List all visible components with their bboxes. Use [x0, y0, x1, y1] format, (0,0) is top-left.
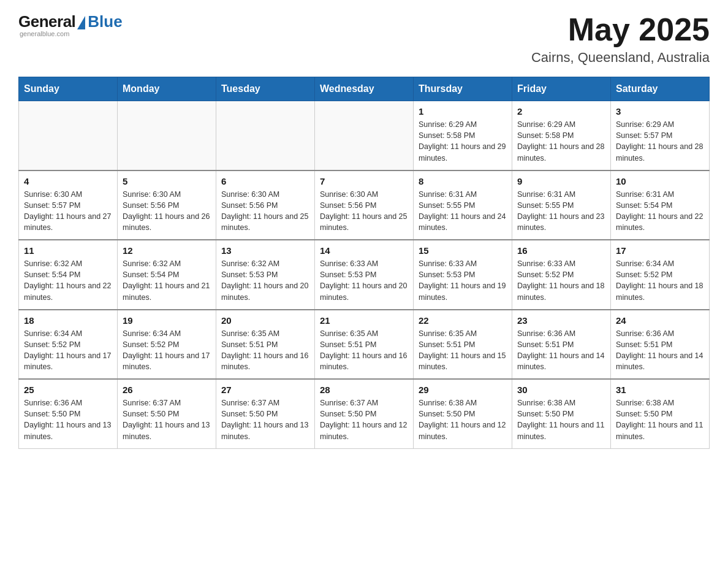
day-number: 29: [419, 385, 507, 395]
day-info: Sunrise: 6:30 AMSunset: 5:56 PMDaylight:…: [123, 189, 211, 234]
day-info: Sunrise: 6:34 AMSunset: 5:52 PMDaylight:…: [616, 258, 704, 303]
day-info: Sunrise: 6:35 AMSunset: 5:51 PMDaylight:…: [320, 328, 408, 373]
calendar-day-cell: 18Sunrise: 6:34 AMSunset: 5:52 PMDayligh…: [19, 310, 118, 380]
day-info: Sunrise: 6:31 AMSunset: 5:54 PMDaylight:…: [616, 189, 704, 234]
calendar-day-cell: 1Sunrise: 6:29 AMSunset: 5:58 PMDaylight…: [414, 101, 512, 170]
calendar-week-row: 4Sunrise: 6:30 AMSunset: 5:57 PMDaylight…: [19, 170, 710, 240]
calendar-day-cell: 4Sunrise: 6:30 AMSunset: 5:57 PMDaylight…: [19, 170, 118, 240]
weekday-header-monday: Monday: [118, 77, 216, 101]
day-number: 26: [123, 385, 211, 395]
day-info: Sunrise: 6:36 AMSunset: 5:51 PMDaylight:…: [616, 328, 704, 373]
day-number: 3: [616, 106, 704, 117]
day-info: Sunrise: 6:37 AMSunset: 5:50 PMDaylight:…: [123, 397, 211, 442]
calendar-table: SundayMondayTuesdayWednesdayThursdayFrid…: [18, 77, 710, 449]
day-number: 28: [320, 385, 408, 395]
calendar-day-cell: [216, 101, 315, 170]
day-info: Sunrise: 6:31 AMSunset: 5:55 PMDaylight:…: [517, 189, 605, 234]
calendar-day-cell: 5Sunrise: 6:30 AMSunset: 5:56 PMDaylight…: [118, 170, 216, 240]
day-number: 22: [419, 315, 507, 326]
day-number: 24: [616, 315, 704, 326]
day-number: 31: [616, 385, 704, 395]
calendar-day-cell: 6Sunrise: 6:30 AMSunset: 5:56 PMDaylight…: [216, 170, 315, 240]
day-number: 7: [320, 176, 408, 186]
day-number: 2: [517, 106, 605, 117]
day-number: 14: [320, 245, 408, 256]
day-number: 21: [320, 315, 408, 326]
day-info: Sunrise: 6:33 AMSunset: 5:53 PMDaylight:…: [419, 258, 507, 303]
calendar-week-row: 18Sunrise: 6:34 AMSunset: 5:52 PMDayligh…: [19, 310, 710, 380]
day-info: Sunrise: 6:34 AMSunset: 5:52 PMDaylight:…: [123, 328, 211, 373]
day-number: 1: [419, 106, 507, 117]
day-number: 18: [24, 315, 112, 326]
calendar-day-cell: 11Sunrise: 6:32 AMSunset: 5:54 PMDayligh…: [19, 240, 118, 310]
day-number: 17: [616, 245, 704, 256]
day-info: Sunrise: 6:36 AMSunset: 5:51 PMDaylight:…: [517, 328, 605, 373]
day-info: Sunrise: 6:37 AMSunset: 5:50 PMDaylight:…: [221, 397, 309, 442]
day-info: Sunrise: 6:33 AMSunset: 5:53 PMDaylight:…: [320, 258, 408, 303]
logo-triangle-icon: [77, 16, 85, 29]
calendar-day-cell: 2Sunrise: 6:29 AMSunset: 5:58 PMDaylight…: [512, 101, 611, 170]
day-info: Sunrise: 6:38 AMSunset: 5:50 PMDaylight:…: [419, 397, 507, 442]
calendar-day-cell: 17Sunrise: 6:34 AMSunset: 5:52 PMDayligh…: [611, 240, 710, 310]
day-number: 16: [517, 245, 605, 256]
logo-general-text: General: [18, 12, 75, 31]
day-number: 10: [616, 176, 704, 186]
day-number: 8: [419, 176, 507, 186]
calendar-day-cell: 19Sunrise: 6:34 AMSunset: 5:52 PMDayligh…: [118, 310, 216, 380]
calendar-day-cell: 23Sunrise: 6:36 AMSunset: 5:51 PMDayligh…: [512, 310, 611, 380]
weekday-header-friday: Friday: [512, 77, 611, 101]
calendar-day-cell: 14Sunrise: 6:33 AMSunset: 5:53 PMDayligh…: [315, 240, 414, 310]
day-info: Sunrise: 6:33 AMSunset: 5:52 PMDaylight:…: [517, 258, 605, 303]
calendar-day-cell: 7Sunrise: 6:30 AMSunset: 5:56 PMDaylight…: [315, 170, 414, 240]
day-number: 23: [517, 315, 605, 326]
day-number: 6: [221, 176, 309, 186]
day-number: 4: [24, 176, 112, 186]
day-number: 11: [24, 245, 112, 256]
calendar-week-row: 11Sunrise: 6:32 AMSunset: 5:54 PMDayligh…: [19, 240, 710, 310]
day-info: Sunrise: 6:29 AMSunset: 5:57 PMDaylight:…: [616, 119, 704, 164]
day-number: 5: [123, 176, 211, 186]
day-info: Sunrise: 6:29 AMSunset: 5:58 PMDaylight:…: [517, 119, 605, 164]
calendar-day-cell: 29Sunrise: 6:38 AMSunset: 5:50 PMDayligh…: [414, 379, 512, 448]
calendar-day-cell: 8Sunrise: 6:31 AMSunset: 5:55 PMDaylight…: [414, 170, 512, 240]
day-info: Sunrise: 6:30 AMSunset: 5:57 PMDaylight:…: [24, 189, 112, 234]
day-info: Sunrise: 6:30 AMSunset: 5:56 PMDaylight:…: [320, 189, 408, 234]
calendar-day-cell: 27Sunrise: 6:37 AMSunset: 5:50 PMDayligh…: [216, 379, 315, 448]
calendar-day-cell: 26Sunrise: 6:37 AMSunset: 5:50 PMDayligh…: [118, 379, 216, 448]
calendar-day-cell: 12Sunrise: 6:32 AMSunset: 5:54 PMDayligh…: [118, 240, 216, 310]
month-title: May 2025: [531, 12, 710, 47]
calendar-day-cell: [315, 101, 414, 170]
day-number: 9: [517, 176, 605, 186]
day-info: Sunrise: 6:31 AMSunset: 5:55 PMDaylight:…: [419, 189, 507, 234]
calendar-week-row: 25Sunrise: 6:36 AMSunset: 5:50 PMDayligh…: [19, 379, 710, 448]
weekday-header-tuesday: Tuesday: [216, 77, 315, 101]
day-info: Sunrise: 6:38 AMSunset: 5:50 PMDaylight:…: [616, 397, 704, 442]
calendar-day-cell: 21Sunrise: 6:35 AMSunset: 5:51 PMDayligh…: [315, 310, 414, 380]
calendar-header-row: SundayMondayTuesdayWednesdayThursdayFrid…: [19, 77, 710, 101]
day-info: Sunrise: 6:32 AMSunset: 5:54 PMDaylight:…: [24, 258, 112, 303]
day-number: 15: [419, 245, 507, 256]
logo-tagline: generalblue.com: [20, 30, 69, 37]
calendar-day-cell: 20Sunrise: 6:35 AMSunset: 5:51 PMDayligh…: [216, 310, 315, 380]
day-number: 12: [123, 245, 211, 256]
day-info: Sunrise: 6:34 AMSunset: 5:52 PMDaylight:…: [24, 328, 112, 373]
calendar-day-cell: 10Sunrise: 6:31 AMSunset: 5:54 PMDayligh…: [611, 170, 710, 240]
weekday-header-saturday: Saturday: [611, 77, 710, 101]
day-info: Sunrise: 6:29 AMSunset: 5:58 PMDaylight:…: [419, 119, 507, 164]
calendar-day-cell: 13Sunrise: 6:32 AMSunset: 5:53 PMDayligh…: [216, 240, 315, 310]
day-number: 25: [24, 385, 112, 395]
day-number: 20: [221, 315, 309, 326]
calendar-day-cell: 25Sunrise: 6:36 AMSunset: 5:50 PMDayligh…: [19, 379, 118, 448]
calendar-day-cell: 22Sunrise: 6:35 AMSunset: 5:51 PMDayligh…: [414, 310, 512, 380]
day-info: Sunrise: 6:35 AMSunset: 5:51 PMDaylight:…: [221, 328, 309, 373]
day-info: Sunrise: 6:37 AMSunset: 5:50 PMDaylight:…: [320, 397, 408, 442]
weekday-header-sunday: Sunday: [19, 77, 118, 101]
calendar-day-cell: 30Sunrise: 6:38 AMSunset: 5:50 PMDayligh…: [512, 379, 611, 448]
page-header: General Blue generalblue.com May 2025 Ca…: [18, 12, 710, 66]
calendar-day-cell: 3Sunrise: 6:29 AMSunset: 5:57 PMDaylight…: [611, 101, 710, 170]
day-info: Sunrise: 6:32 AMSunset: 5:54 PMDaylight:…: [123, 258, 211, 303]
logo-blue-text: Blue: [88, 12, 122, 31]
calendar-day-cell: 9Sunrise: 6:31 AMSunset: 5:55 PMDaylight…: [512, 170, 611, 240]
title-block: May 2025 Cairns, Queensland, Australia: [531, 12, 710, 66]
calendar-day-cell: 24Sunrise: 6:36 AMSunset: 5:51 PMDayligh…: [611, 310, 710, 380]
